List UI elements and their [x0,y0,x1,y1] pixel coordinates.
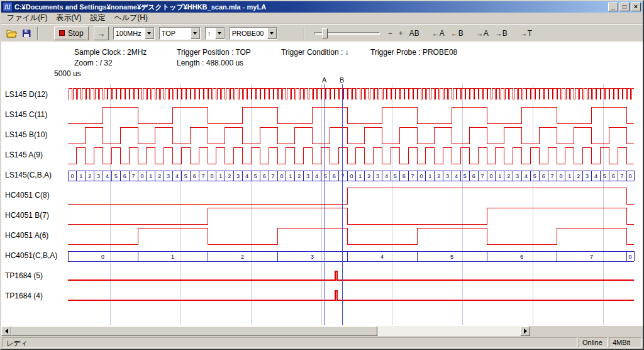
scrollbar-thumb[interactable] [11,326,377,336]
dropdown-arrow-icon[interactable] [267,28,277,39]
status-bar: レディ Online 4MBit [1,336,643,349]
goto-a-prev-button[interactable]: ←A [429,26,448,40]
clock-combo[interactable]: 100MHz [113,27,155,40]
maximize-button[interactable]: □ [619,3,630,11]
goto-a-next-button[interactable]: →A [473,26,492,40]
zoom-slider-thumb[interactable] [322,28,328,38]
toolbar: Stop → 100MHz TOP ↑ PROBE00 − + AB ←A [1,24,643,42]
save-floppy-icon [22,29,31,38]
trigger-edge-combo-value: ↑ [206,30,215,37]
status-memory: 4MBit [609,337,641,347]
save-button[interactable] [19,26,34,40]
scroll-left-icon [3,329,8,334]
window-title: C:¥Documents and Settings¥noname¥デスクトップ¥… [14,3,607,12]
trigger-position-combo[interactable]: TOP [159,27,201,40]
menu-file[interactable]: ファイル(F) [3,12,52,24]
goto-b-next-button[interactable]: →B [492,26,511,40]
minimize-button[interactable]: _ [608,3,618,11]
scroll-right-icon [524,329,530,334]
ab-cursor-button[interactable]: AB [406,26,423,40]
clock-combo-value: 100MHz [114,30,145,37]
zoom-out-button[interactable]: − [385,26,396,40]
menu-settings[interactable]: 設定 [86,12,109,24]
toolbar-separator [304,27,305,40]
menu-view[interactable]: 表示(V) [52,12,86,24]
horizontal-scrollbar[interactable] [1,326,530,336]
trigger-edge-combo[interactable]: ↑ [205,27,225,40]
scroll-right-button[interactable] [520,326,530,336]
scroll-row [1,326,643,336]
run-button[interactable]: → [94,26,109,40]
toolbar-separator [37,27,38,40]
goto-b-prev-button[interactable]: ←B [448,26,467,40]
zoom-in-button[interactable]: + [396,26,406,40]
status-ready: レディ [3,337,577,347]
stop-icon [59,30,65,36]
probe-combo-value: PROBE00 [230,30,267,37]
menu-help[interactable]: ヘルプ(H) [109,12,152,24]
scroll-left-button[interactable] [1,326,11,336]
goto-trigger-button[interactable]: →T [517,26,535,40]
trigger-position-combo-value: TOP [160,30,191,37]
dropdown-arrow-icon[interactable] [191,28,200,39]
waveform-panel [1,42,643,326]
open-folder-icon [6,29,17,38]
menu-bar: ファイル(F) 表示(V) 設定 ヘルプ(H) [1,13,643,24]
scrollbar-track[interactable] [11,326,520,336]
run-arrow-icon: → [97,28,106,38]
probe-combo[interactable]: PROBE00 [230,27,277,40]
zoom-slider[interactable] [314,26,380,40]
app-window: C:¥Documents and Settings¥noname¥デスクトップ¥… [0,0,644,350]
dropdown-arrow-icon[interactable] [215,28,225,39]
stop-label: Stop [68,29,84,38]
stop-button[interactable]: Stop [54,26,89,40]
status-online: Online [579,337,608,347]
open-file-button[interactable] [4,26,19,40]
dropdown-arrow-icon[interactable] [145,28,154,39]
app-icon [3,3,12,11]
close-button[interactable]: × [631,3,641,11]
title-bar: C:¥Documents and Settings¥noname¥デスクトップ¥… [1,1,643,13]
